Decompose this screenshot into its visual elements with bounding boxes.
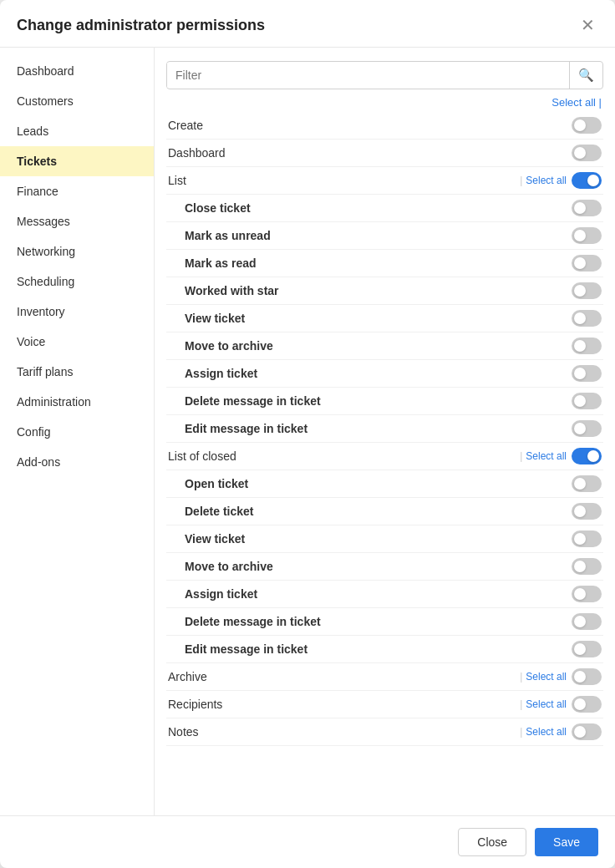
modal: Change administrator permissions ✕ Dashb… — [0, 0, 615, 868]
sidebar-item-inventory[interactable]: Inventory — [0, 297, 154, 327]
section-label: Create — [168, 119, 572, 132]
section-right — [572, 117, 602, 134]
sidebar-item-leads[interactable]: Leads — [0, 116, 154, 146]
section-row-dashboard: Dashboard — [166, 140, 603, 167]
sidebar-item-tickets[interactable]: Tickets — [0, 146, 154, 176]
sub-perm-label: View ticket — [185, 312, 572, 325]
sub-perm-label: Worked with star — [185, 284, 572, 297]
section-label: List — [168, 174, 520, 187]
toggle-switch[interactable] — [572, 310, 602, 327]
sidebar-item-finance[interactable]: Finance — [0, 176, 154, 206]
sub-perm-row: Assign ticket — [166, 360, 603, 388]
sub-perm-row: Move to archive — [166, 332, 603, 360]
toggle-switch[interactable] — [572, 282, 602, 299]
content-area: 🔍 Select all | CreateDashboardList|Selec… — [155, 48, 615, 815]
sidebar-item-voice[interactable]: Voice — [0, 327, 154, 357]
sub-perm-row: Assign ticket — [166, 581, 603, 608]
toggle-switch[interactable] — [572, 723, 602, 740]
toggle-switch[interactable] — [572, 641, 602, 657]
toggle-switch[interactable] — [572, 668, 602, 685]
sub-perm-row: Mark as read — [166, 250, 603, 277]
sub-perm-row: View ticket — [166, 305, 603, 332]
toggle-switch[interactable] — [572, 145, 602, 161]
sub-perm-row: Edit message in ticket — [166, 415, 603, 443]
sub-perm-label: Mark as read — [185, 256, 572, 270]
filter-input[interactable] — [167, 63, 569, 88]
section-label: Dashboard — [168, 146, 572, 160]
sub-perm-label: Assign ticket — [185, 587, 572, 601]
sub-perm-row: View ticket — [166, 525, 603, 553]
sidebar-item-customers[interactable]: Customers — [0, 86, 154, 116]
sub-perm-label: Close ticket — [185, 201, 572, 215]
sub-perm-row: Close ticket — [166, 195, 603, 222]
select-all-link[interactable]: Select all — [526, 450, 567, 462]
toggle-switch[interactable] — [572, 558, 602, 575]
toggle-switch[interactable] — [572, 200, 602, 216]
sub-perm-row: Delete message in ticket — [166, 388, 603, 415]
sidebar-item-messages[interactable]: Messages — [0, 206, 154, 236]
toggle-switch[interactable] — [572, 448, 602, 464]
close-icon[interactable]: ✕ — [577, 15, 598, 35]
select-all-link[interactable]: Select all — [526, 698, 567, 710]
section-label: Notes — [168, 725, 520, 739]
toggle-switch[interactable] — [572, 393, 602, 409]
save-button[interactable]: Save — [535, 828, 598, 856]
toggle-switch[interactable] — [572, 503, 602, 520]
filter-row: 🔍 — [166, 61, 603, 89]
sub-perm-row: Worked with star — [166, 277, 603, 305]
toggle-switch[interactable] — [572, 227, 602, 244]
sidebar-item-scheduling[interactable]: Scheduling — [0, 266, 154, 297]
toggle-switch[interactable] — [572, 420, 602, 437]
select-all-top-label[interactable]: Select all | — [551, 96, 602, 109]
sub-perm-row: Move to archive — [166, 553, 603, 581]
sub-perm-label: Open ticket — [185, 477, 572, 490]
sub-perm-label: Assign ticket — [185, 367, 572, 380]
close-button[interactable]: Close — [458, 828, 526, 856]
pipe-separator: | — [520, 726, 522, 738]
toggle-switch[interactable] — [572, 475, 602, 492]
toggle-switch[interactable] — [572, 613, 602, 630]
pipe-separator: | — [520, 450, 522, 462]
sidebar-item-add-ons[interactable]: Add-ons — [0, 447, 154, 477]
sub-perm-label: Delete message in ticket — [185, 615, 572, 628]
pipe-separator: | — [520, 698, 522, 710]
pipe-separator: | — [520, 175, 522, 186]
sub-perm-row: Open ticket — [166, 470, 603, 498]
toggle-switch[interactable] — [572, 117, 602, 134]
toggle-switch[interactable] — [572, 696, 602, 713]
search-icon[interactable]: 🔍 — [569, 62, 602, 89]
section-right: |Select all — [520, 448, 602, 464]
toggle-switch[interactable] — [572, 365, 602, 382]
toggle-switch[interactable] — [572, 338, 602, 354]
pipe-separator: | — [520, 671, 522, 683]
sidebar-item-config[interactable]: Config — [0, 417, 154, 447]
filter-input-wrap: 🔍 — [166, 61, 603, 89]
section-row-list: List|Select all — [166, 167, 603, 195]
section-row-archive: Archive|Select all — [166, 663, 603, 691]
select-all-top-row[interactable]: Select all | — [166, 96, 603, 109]
sub-perm-label: Move to archive — [185, 560, 572, 573]
sub-perm-label: Mark as unread — [185, 229, 572, 242]
perm-list: CreateDashboardList|Select allClose tick… — [166, 112, 603, 804]
section-right: |Select all — [520, 668, 602, 685]
select-all-link[interactable]: Select all — [526, 175, 567, 186]
sub-perm-row: Edit message in ticket — [166, 636, 603, 663]
modal-title: Change administrator permissions — [17, 17, 265, 34]
toggle-switch[interactable] — [572, 172, 602, 189]
modal-header: Change administrator permissions ✕ — [0, 0, 615, 48]
toggle-switch[interactable] — [572, 586, 602, 602]
toggle-switch[interactable] — [572, 255, 602, 272]
sub-perm-row: Delete message in ticket — [166, 608, 603, 636]
sub-perm-label: Delete ticket — [185, 505, 572, 518]
section-label: List of closed — [168, 449, 520, 463]
sub-perm-row: Mark as unread — [166, 222, 603, 250]
select-all-link[interactable]: Select all — [526, 726, 567, 738]
toggle-switch[interactable] — [572, 530, 602, 547]
section-row-create: Create — [166, 112, 603, 140]
sidebar-item-tariff-plans[interactable]: Tariff plans — [0, 357, 154, 387]
sidebar: DashboardCustomersLeadsTicketsFinanceMes… — [0, 48, 155, 815]
sidebar-item-dashboard[interactable]: Dashboard — [0, 56, 154, 86]
sidebar-item-networking[interactable]: Networking — [0, 236, 154, 266]
select-all-link[interactable]: Select all — [526, 671, 567, 683]
sidebar-item-administration[interactable]: Administration — [0, 387, 154, 417]
